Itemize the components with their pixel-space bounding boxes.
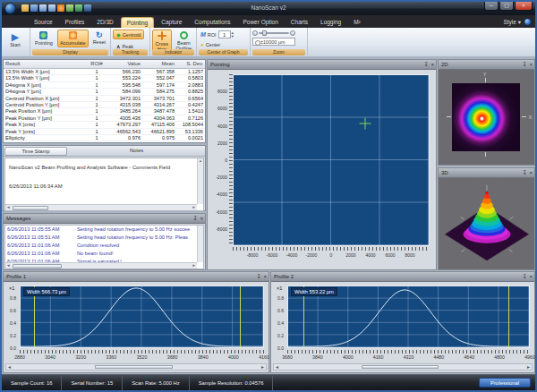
table-row[interactable]: 13.5% Width X [µm]1566.230567.3581.1257 bbox=[4, 69, 205, 75]
width-readout-badge: Width 566.73 µm bbox=[23, 287, 70, 296]
notes-horizontal-scrollbar[interactable]: ◄ ► bbox=[5, 204, 197, 210]
pointing-button[interactable]: Pointing bbox=[32, 30, 55, 47]
x-axis-label: X bbox=[529, 115, 532, 120]
tab-source[interactable]: Source bbox=[29, 17, 58, 28]
zoom-slider-handle[interactable] bbox=[262, 30, 267, 36]
display-group-label: Display bbox=[32, 49, 108, 55]
beam-3d-image[interactable] bbox=[439, 178, 534, 268]
scroll-thumb[interactable] bbox=[362, 365, 439, 369]
roi-value[interactable]: 1 bbox=[218, 30, 231, 38]
pointing-panel-header: Pointing ↧ × bbox=[208, 60, 436, 70]
profile-1-y-axis: 0.80.60.40.20.0 bbox=[4, 285, 18, 348]
zoom-out-knob[interactable] bbox=[252, 30, 258, 36]
pointing-panel: Pointing ↧ × 80006000400020000-2000-4000… bbox=[207, 59, 437, 270]
y-axis-label: Y bbox=[483, 72, 486, 77]
zoom-range-input[interactable]: ±10000 µm bbox=[252, 38, 295, 46]
tab-power-option[interactable]: Power Option bbox=[237, 17, 283, 28]
tab-profiles[interactable]: Profiles bbox=[60, 17, 90, 28]
scroll-thumb[interactable] bbox=[13, 206, 48, 210]
notes-comment: NanoScan v2 Beam Profiling and Analysis … bbox=[9, 165, 170, 170]
table-row[interactable]: D4sigma X [µm]1595.548597.1742.0883 bbox=[4, 82, 205, 89]
messages-panel-header: Messages ↧ × bbox=[4, 214, 205, 224]
tab-charts[interactable]: Charts bbox=[286, 17, 313, 28]
message-row[interactable]: 6/26/2013 11:01:06 AMNo beam found! bbox=[5, 250, 203, 258]
roi-selector: M ROI 1 ▲▼ bbox=[199, 30, 236, 39]
width-readout-badge: Width 553.22 µm bbox=[291, 287, 337, 296]
pin-icon[interactable]: ↧ bbox=[192, 214, 197, 223]
accumulate-button[interactable]: Accumulate bbox=[57, 30, 89, 47]
app-window: NanoScan v2 ─ ▢ × SourceProfiles2D/3DPoi… bbox=[0, 0, 537, 392]
table-row[interactable]: Centroid Position Y [µm]14315.0384314.26… bbox=[4, 102, 205, 108]
profile-1-scrollbar[interactable]: ◄ ► bbox=[5, 363, 267, 371]
zoom-group-label: Zoom bbox=[252, 49, 305, 55]
close-icon[interactable]: × bbox=[529, 272, 533, 281]
right-cursor-line[interactable] bbox=[508, 286, 509, 347]
table-row[interactable]: D4sigma Y [µm]1584.099584.2750.8825 bbox=[4, 89, 205, 95]
ribbon: ▶ Start Pointing Accumulate ↻ Reset Disp… bbox=[2, 28, 535, 57]
right-cursor-line[interactable] bbox=[240, 286, 241, 347]
center-button[interactable]: ● Center bbox=[199, 41, 222, 48]
2d-view-panel: 2D ↧ × Y X bbox=[438, 59, 535, 166]
help-icon[interactable] bbox=[524, 18, 532, 26]
time-stamp-button[interactable]: Time Stamp bbox=[4, 147, 67, 156]
notes-vertical-scrollbar[interactable]: ▲ bbox=[197, 158, 203, 204]
table-row[interactable]: Centroid Position X [µm]13472.3013473.70… bbox=[4, 96, 205, 102]
messages-panel: Messages ↧ × 6/26/2013 11:05:55 AMSettin… bbox=[3, 213, 206, 270]
message-row[interactable]: 6/26/2013 11:05:55 AMSetting head rotati… bbox=[5, 226, 203, 234]
minimize-button[interactable]: ─ bbox=[484, 2, 499, 11]
notes-textarea[interactable]: NanoScan v2 Beam Profiling and Analysis … bbox=[4, 158, 204, 211]
pin-icon[interactable]: ↧ bbox=[423, 60, 428, 69]
tab-logging[interactable]: Logging bbox=[315, 17, 346, 28]
zoom-in-knob[interactable] bbox=[290, 30, 295, 36]
scroll-left-icon: ◄ bbox=[7, 364, 12, 371]
2d-panel-header: 2D ↧ × bbox=[439, 60, 534, 70]
centroid-icon: ◆ bbox=[116, 31, 121, 38]
tab-m-[interactable]: M² bbox=[348, 17, 366, 28]
beam-2d-image[interactable] bbox=[452, 83, 520, 151]
maximize-button[interactable]: ▢ bbox=[499, 2, 514, 11]
spin-down-icon: ▼ bbox=[231, 35, 234, 38]
pin-icon[interactable]: ↧ bbox=[256, 272, 260, 281]
tab-computations[interactable]: Computations bbox=[189, 17, 235, 28]
close-button[interactable]: × bbox=[515, 2, 533, 11]
tab-2d-3d[interactable]: 2D/3D bbox=[91, 17, 118, 28]
table-row[interactable]: Ellipticity10.9760.9750.0021 bbox=[4, 135, 205, 141]
zoom-slider[interactable] bbox=[252, 30, 295, 36]
tab-pointing[interactable]: Pointing bbox=[121, 17, 155, 28]
tab-capture[interactable]: Capture bbox=[156, 17, 187, 28]
close-icon[interactable]: × bbox=[263, 272, 267, 281]
messages-list: 6/26/2013 11:05:55 AMSetting head rotati… bbox=[4, 225, 204, 269]
messages-vertical-scrollbar[interactable] bbox=[197, 226, 203, 262]
scroll-left-icon: ◄ bbox=[6, 205, 10, 210]
table-row[interactable]: Peak X [cnts]147973.29747115.406108.5044 bbox=[4, 122, 205, 128]
table-row[interactable]: Peak Y [cnts]146562.54346621.89553.1336 bbox=[4, 129, 205, 135]
table-row[interactable]: 13.5% Width Y [µm]1553.224552.0470.5803 bbox=[4, 75, 205, 81]
table-row[interactable]: Peak Position X [µm]13485.2643487.4781.5… bbox=[4, 108, 205, 115]
professional-mode-button[interactable]: Professional bbox=[479, 378, 531, 388]
centroid-button[interactable]: ◆ Centroid bbox=[113, 30, 144, 39]
scroll-thumb[interactable] bbox=[95, 365, 173, 369]
sample-resolution: Sample Resolution: 0.04576 bbox=[190, 376, 274, 390]
pin-icon[interactable]: ↧ bbox=[522, 272, 526, 281]
start-button[interactable]: ▶ Start bbox=[4, 30, 27, 49]
message-row[interactable]: 6/26/2013 11:01:06 AMCondition resolved bbox=[5, 242, 203, 250]
close-icon[interactable]: × bbox=[200, 214, 203, 223]
reset-button[interactable]: ↻ Reset bbox=[90, 30, 108, 47]
table-row[interactable]: Peak Position Y [µm]14305.4364304.0630.7… bbox=[4, 115, 205, 122]
play-icon: ▶ bbox=[12, 32, 19, 41]
close-icon[interactable]: × bbox=[529, 60, 533, 69]
pin-icon[interactable]: ↧ bbox=[522, 168, 526, 177]
message-row[interactable]: 6/26/2013 11:05:51 AMSetting head rotati… bbox=[5, 234, 203, 242]
peak-icon: ∧ bbox=[116, 43, 120, 49]
pin-icon[interactable]: ↧ bbox=[522, 60, 526, 69]
display-group: Pointing Accumulate ↻ Reset Display bbox=[30, 28, 111, 56]
messages-horizontal-scrollbar[interactable]: ◄ ► bbox=[5, 262, 197, 268]
close-icon[interactable]: × bbox=[430, 60, 434, 69]
scroll-right-icon: ► bbox=[260, 364, 265, 371]
roi-spinner[interactable]: 1 ▲▼ bbox=[218, 30, 234, 38]
style-menu[interactable]: Style ▾ bbox=[503, 19, 521, 26]
scroll-thumb[interactable] bbox=[13, 264, 62, 268]
profile-2-scrollbar[interactable]: ◄ ► bbox=[273, 363, 533, 371]
close-icon[interactable]: × bbox=[529, 168, 533, 177]
pointing-plot[interactable] bbox=[233, 74, 430, 246]
